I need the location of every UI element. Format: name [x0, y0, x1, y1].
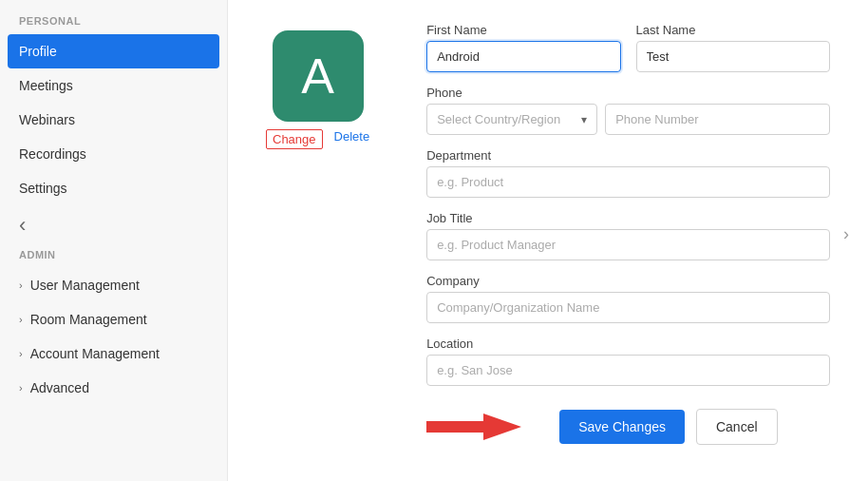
sidebar-item-label-advanced: Advanced: [30, 380, 89, 395]
sidebar-item-label-meetings: Meetings: [19, 78, 73, 93]
job-title-field: Job Title: [426, 211, 830, 260]
phone-number-input[interactable]: [605, 104, 830, 135]
avatar-area: A Change Delete: [266, 23, 369, 149]
sidebar-item-label-room-management: Room Management: [30, 312, 147, 327]
department-label: Department: [426, 148, 830, 163]
chevron-right-icon-account: ›: [19, 348, 23, 359]
sidebar-item-webinars[interactable]: Webinars: [0, 103, 227, 137]
job-title-label: Job Title: [426, 211, 830, 225]
first-name-label: First Name: [426, 23, 620, 37]
phone-label: Phone: [426, 86, 830, 100]
main-content: A Change Delete First Name Last Name: [228, 0, 868, 481]
sidebar: PERSONAL Profile Meetings Webinars Recor…: [0, 0, 228, 481]
location-input[interactable]: [426, 355, 830, 386]
sidebar-item-settings[interactable]: Settings: [0, 171, 227, 205]
chevron-left-icon: ‹: [19, 213, 26, 238]
phone-country-placeholder: Select Country/Region: [437, 112, 560, 126]
first-name-field: First Name: [426, 23, 620, 72]
last-name-label: Last Name: [636, 23, 830, 37]
chevron-right-icon-advanced: ›: [19, 382, 23, 394]
red-arrow-icon: [426, 410, 521, 444]
scroll-right-indicator: ›: [843, 224, 849, 244]
svg-marker-0: [426, 414, 521, 440]
sidebar-item-label-user-management: User Management: [30, 278, 140, 293]
company-field: Company: [426, 274, 830, 323]
chevron-down-icon: ▾: [581, 113, 587, 126]
chevron-right-icon-user: ›: [19, 279, 23, 291]
sidebar-item-meetings[interactable]: Meetings: [0, 68, 227, 103]
sidebar-item-account-management[interactable]: › Account Management: [0, 337, 227, 371]
avatar-actions: Change Delete: [266, 129, 369, 149]
profile-form: First Name Last Name Phone Select Countr…: [426, 23, 830, 445]
change-avatar-button[interactable]: Change: [266, 129, 323, 149]
phone-country-select[interactable]: Select Country/Region ▾: [426, 104, 597, 135]
sidebar-item-profile[interactable]: Profile: [8, 34, 219, 68]
last-name-field: Last Name: [636, 23, 830, 72]
sidebar-item-label-settings: Settings: [19, 181, 67, 196]
department-input[interactable]: [426, 166, 830, 198]
chevron-right-icon-room: ›: [19, 314, 23, 325]
sidebar-item-user-management[interactable]: › User Management: [0, 268, 227, 302]
red-arrow-container: [426, 410, 521, 444]
sidebar-item-label-profile: Profile: [19, 44, 57, 59]
profile-section: A Change Delete First Name Last Name: [266, 23, 830, 445]
location-field: Location: [426, 337, 830, 386]
company-label: Company: [426, 274, 830, 288]
sidebar-item-advanced[interactable]: › Advanced: [0, 371, 227, 405]
sidebar-item-label-account-management: Account Management: [30, 346, 160, 361]
save-changes-button[interactable]: Save Changes: [559, 410, 685, 444]
personal-section-label: PERSONAL: [0, 15, 227, 34]
sidebar-item-label-recordings: Recordings: [19, 146, 86, 162]
form-actions: Save Changes Cancel: [559, 409, 777, 445]
company-input[interactable]: [426, 292, 830, 323]
phone-row: Select Country/Region ▾: [426, 104, 830, 135]
last-name-input[interactable]: [636, 41, 830, 72]
phone-field: Phone Select Country/Region ▾: [426, 86, 830, 135]
job-title-input[interactable]: [426, 229, 830, 260]
sidebar-item-label-webinars: Webinars: [19, 112, 75, 127]
location-label: Location: [426, 337, 830, 351]
bottom-actions: Save Changes Cancel: [426, 399, 830, 445]
delete-avatar-button[interactable]: Delete: [334, 129, 370, 149]
sidebar-item-room-management[interactable]: › Room Management: [0, 302, 227, 337]
cancel-button[interactable]: Cancel: [696, 409, 778, 445]
avatar-letter: A: [301, 48, 334, 105]
name-row: First Name Last Name: [426, 23, 830, 72]
sidebar-back-button[interactable]: ‹: [0, 205, 227, 245]
department-field: Department: [426, 148, 830, 198]
first-name-input[interactable]: [426, 41, 620, 72]
admin-section-label: ADMIN: [0, 245, 227, 268]
avatar: A: [273, 30, 364, 122]
sidebar-item-recordings[interactable]: Recordings: [0, 137, 227, 171]
